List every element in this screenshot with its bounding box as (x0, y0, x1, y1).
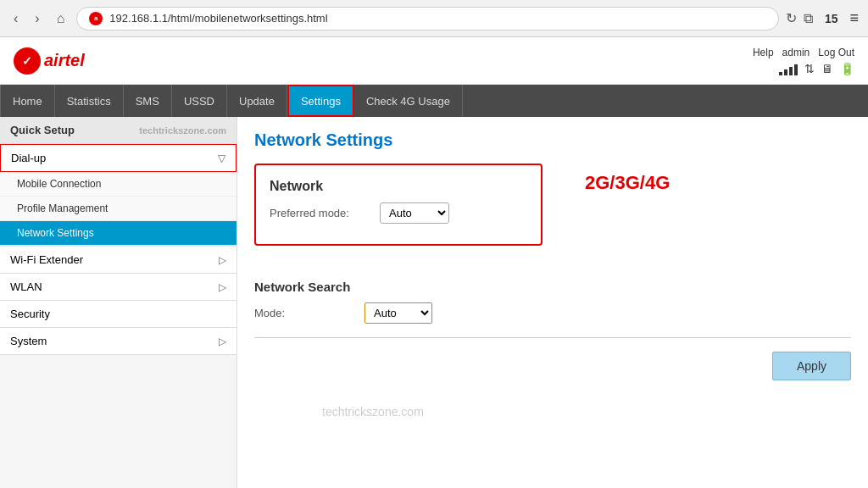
content-watermark: techtrickszone.com (322, 405, 424, 419)
network-card-title: Network (270, 179, 527, 194)
network-search-mode-select[interactable]: Auto Manual (364, 302, 432, 324)
network-search-mode-label: Mode: (254, 307, 356, 319)
signal-bar-3 (789, 67, 793, 75)
signal-bars-icon (779, 62, 798, 75)
browser-menu-button[interactable]: ≡ (849, 9, 860, 27)
app-header: ✓ airtel Help admin Log Out ⇅ 🖥 🔋 (0, 37, 868, 85)
wlan-chevron-icon: ▷ (219, 281, 226, 293)
network-search-mode-row: Mode: Auto Manual (254, 302, 851, 324)
network-search-title: Network Search (254, 280, 851, 294)
sidebar-dialup-header[interactable]: Dial-up ▽ (0, 144, 236, 172)
forward-button[interactable]: › (30, 8, 44, 30)
nav-sms[interactable]: SMS (124, 85, 172, 117)
airtel-logo-text: airtel (44, 51, 85, 70)
admin-link[interactable]: admin (782, 47, 810, 58)
sidebar-watermark: techtrickszone.com (139, 125, 226, 136)
dialup-label: Dial-up (11, 152, 46, 164)
airtel-logo: ✓ airtel (14, 47, 85, 75)
back-button[interactable]: ‹ (8, 8, 23, 30)
sidebar: Quick Setup techtrickszone.com Dial-up ▽… (0, 117, 237, 488)
favicon: a (89, 12, 103, 25)
nav-settings[interactable]: Settings (287, 85, 354, 117)
content-area: Network Settings Network Preferred mode:… (237, 117, 868, 488)
sidebar-item-profile-management[interactable]: Profile Management (0, 197, 236, 221)
sidebar-item-system[interactable]: System ▷ (0, 328, 236, 355)
logout-link[interactable]: Log Out (818, 47, 854, 58)
header-status-icons: ⇅ 🖥 🔋 (779, 62, 854, 75)
window-button[interactable]: ⧉ (804, 11, 813, 26)
header-right: Help admin Log Out ⇅ 🖥 🔋 (753, 47, 854, 75)
network-mode-badge: 2G/3G/4G (585, 172, 670, 194)
signal-bar-4 (794, 64, 798, 75)
sidebar-dialup-section: Dial-up ▽ Mobile Connection Profile Mana… (0, 144, 236, 247)
home-button[interactable]: ⌂ (52, 8, 70, 30)
network-card: Network Preferred mode: Auto 2G Only 3G … (254, 164, 542, 246)
zoom-level: 15 (820, 12, 843, 25)
app-container: ✓ airtel Help admin Log Out ⇅ 🖥 🔋 (0, 37, 868, 488)
header-links: Help admin Log Out (753, 47, 854, 58)
apply-btn-row: Apply (254, 352, 851, 380)
reload-button[interactable]: ↻ (786, 10, 797, 26)
preferred-mode-select[interactable]: Auto 2G Only 3G Only 4G Only (380, 202, 449, 224)
browser-chrome: ‹ › ⌂ a 192.168.1.1/html/mobilenetworkse… (0, 0, 868, 37)
monitor-icon: 🖥 (821, 62, 833, 75)
nav-ussd[interactable]: USSD (172, 85, 227, 117)
app-nav: Home Statistics SMS USSD Update Settings… (0, 85, 868, 117)
top-section: Network Preferred mode: Auto 2G Only 3G … (254, 164, 851, 263)
airtel-logo-icon: ✓ (14, 47, 41, 75)
sidebar-quick-setup: Quick Setup techtrickszone.com (0, 117, 236, 144)
nav-check4g[interactable]: Check 4G Usage (354, 85, 463, 117)
address-bar[interactable]: a 192.168.1.1/html/mobilenetworksettings… (76, 7, 779, 30)
signal-bar-1 (779, 72, 782, 75)
dialup-chevron-icon: ▽ (218, 152, 225, 164)
apply-button[interactable]: Apply (772, 352, 851, 380)
data-transfer-icon: ⇅ (804, 62, 815, 75)
battery-icon: 🔋 (840, 62, 854, 75)
main-layout: Quick Setup techtrickszone.com Dial-up ▽… (0, 117, 868, 488)
sidebar-item-mobile-connection[interactable]: Mobile Connection (0, 172, 236, 197)
network-search-section: Network Search Mode: Auto Manual (254, 280, 851, 324)
sidebar-item-wifi-extender[interactable]: Wi-Fi Extender ▷ (0, 247, 236, 274)
wifi-extender-chevron-icon: ▷ (219, 254, 226, 266)
system-chevron-icon: ▷ (219, 336, 226, 347)
nav-update[interactable]: Update (227, 85, 287, 117)
quick-setup-label: Quick Setup (10, 124, 75, 136)
sidebar-item-security[interactable]: Security (0, 301, 236, 328)
address-text: 192.168.1.1/html/mobilenetworksettings.h… (109, 12, 766, 25)
nav-home[interactable]: Home (0, 85, 55, 117)
sidebar-item-network-settings[interactable]: Network Settings (0, 221, 236, 246)
divider (254, 337, 851, 338)
preferred-mode-row: Preferred mode: Auto 2G Only 3G Only 4G … (270, 202, 527, 224)
sidebar-item-wlan[interactable]: WLAN ▷ (0, 274, 236, 301)
page-title: Network Settings (254, 130, 851, 150)
nav-statistics[interactable]: Statistics (55, 85, 124, 117)
help-link[interactable]: Help (753, 47, 774, 58)
signal-bar-2 (784, 69, 787, 75)
preferred-mode-label: Preferred mode: (270, 207, 371, 219)
